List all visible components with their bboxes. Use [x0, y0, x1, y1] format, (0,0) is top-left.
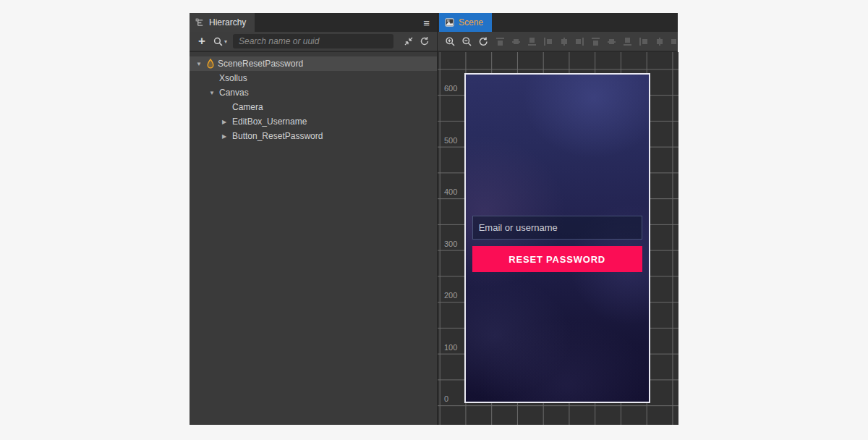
hierarchy-toolbar: + ▾ Search name or uuid: [190, 32, 437, 52]
search-icon: [213, 36, 224, 47]
ruler-label-200: 200: [444, 291, 457, 300]
scene-image-icon: [445, 18, 454, 27]
hierarchy-tabbar: Hierarchy ≡: [190, 13, 437, 32]
tree-node-label: Xsollus: [219, 73, 247, 83]
search-input[interactable]: Search name or uuid: [233, 34, 393, 48]
align-bottom-icon[interactable]: [527, 37, 537, 46]
tab-scene[interactable]: Scene: [439, 13, 492, 32]
editor-window: Hierarchy ≡ + ▾ Search name or uuid ▼: [190, 13, 678, 425]
refresh-icon[interactable]: [418, 36, 431, 46]
tree-node-label: SceneResetPassword: [218, 59, 303, 69]
email-username-field[interactable]: Email or username: [472, 216, 642, 240]
scene-toolbar: [438, 32, 678, 52]
tree-node-button-resetpassword[interactable]: ▶ Button_ResetPassword: [190, 129, 437, 143]
distribute-horizontal-center-icon[interactable]: [655, 37, 664, 46]
add-node-button[interactable]: +: [195, 34, 208, 48]
tree-node-label: Canvas: [219, 88, 249, 98]
ruler-label-0: 0: [444, 394, 448, 403]
distribute-left-icon[interactable]: [639, 37, 648, 46]
tree-node-canvas[interactable]: ▼ Canvas: [190, 85, 437, 100]
distribute-top-icon[interactable]: [591, 37, 600, 46]
tree-node-editbox-username[interactable]: ▶ EditBox_Username: [190, 114, 437, 129]
tree-node-sceneresetpassword[interactable]: ▼ SceneResetPassword: [190, 56, 437, 71]
tree-node-label: EditBox_Username: [232, 117, 307, 127]
scene-viewport-grid[interactable]: 600 500 400 300 200 100 0 Email or usern…: [438, 52, 678, 425]
search-filter-caret-icon: ▾: [224, 38, 227, 45]
caret-right-icon[interactable]: ▶: [222, 133, 232, 140]
tab-hierarchy[interactable]: Hierarchy: [190, 13, 255, 32]
search-placeholder: Search name or uuid: [239, 36, 319, 46]
align-right-icon[interactable]: [575, 37, 584, 46]
collapse-all-icon[interactable]: [402, 36, 415, 46]
tree-node-label: Camera: [232, 102, 263, 112]
tree-node-camera[interactable]: Camera: [190, 100, 437, 114]
email-username-placeholder: Email or username: [479, 222, 558, 233]
design-canvas[interactable]: Email or username RESET PASSWORD: [464, 73, 650, 403]
distribute-right-icon[interactable]: [671, 37, 678, 46]
align-top-icon[interactable]: [495, 37, 505, 46]
align-vertical-center-icon[interactable]: [511, 37, 521, 46]
caret-right-icon[interactable]: ▶: [222, 119, 232, 125]
zoom-out-icon[interactable]: [461, 36, 472, 47]
align-horizontal-center-icon[interactable]: [559, 37, 569, 46]
tab-hierarchy-label: Hierarchy: [209, 17, 246, 28]
hierarchy-panel: Hierarchy ≡ + ▾ Search name or uuid ▼: [190, 13, 437, 425]
ruler-label-600: 600: [444, 84, 457, 93]
hierarchy-tree-icon: [195, 18, 205, 28]
ruler-label-100: 100: [444, 343, 457, 352]
ruler-label-300: 300: [444, 240, 457, 248]
tree-node-label: Button_ResetPassword: [232, 131, 323, 141]
search-filter-button[interactable]: ▾: [213, 36, 227, 47]
ruler-label-400: 400: [444, 187, 457, 196]
reset-view-icon[interactable]: [478, 36, 489, 47]
zoom-in-icon[interactable]: [445, 36, 456, 47]
scene-tabbar: Scene: [438, 13, 678, 32]
caret-down-icon[interactable]: ▼: [209, 90, 219, 96]
hierarchy-tree: ▼ SceneResetPassword Xsollus ▼ Canvas Ca…: [190, 52, 437, 143]
reset-password-button[interactable]: RESET PASSWORD: [472, 246, 642, 272]
tab-scene-label: Scene: [459, 17, 483, 28]
scene-panel: Scene 600: [437, 13, 678, 425]
distribute-vertical-center-icon[interactable]: [607, 37, 616, 46]
tree-node-xsollus[interactable]: Xsollus: [190, 71, 437, 85]
hamburger-icon[interactable]: ≡: [423, 13, 430, 32]
caret-down-icon[interactable]: ▼: [196, 61, 206, 67]
align-left-icon[interactable]: [543, 37, 553, 46]
distribute-bottom-icon[interactable]: [623, 37, 632, 46]
ruler-label-500: 500: [444, 136, 457, 145]
scene-asset-flame-icon: [206, 59, 218, 69]
